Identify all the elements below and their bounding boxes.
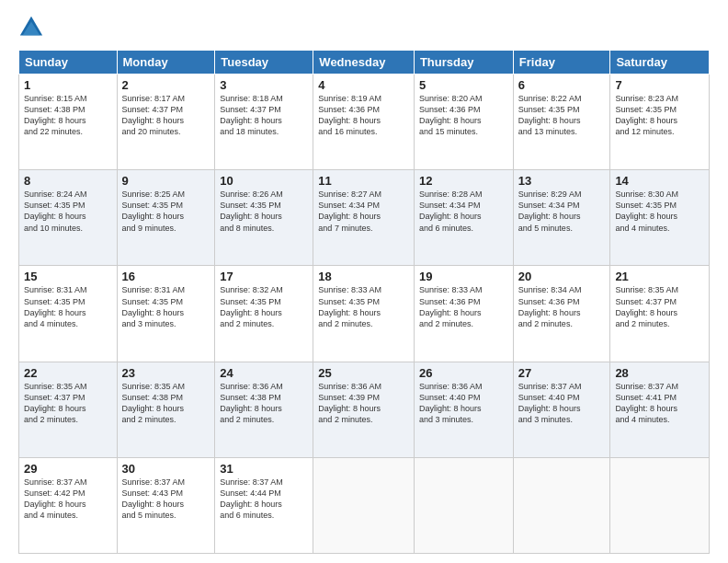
cell-info: Sunrise: 8:37 AMSunset: 4:40 PMDaylight:…	[518, 381, 606, 426]
calendar-cell	[414, 457, 513, 553]
cell-info: Sunrise: 8:35 AMSunset: 4:37 PMDaylight:…	[615, 284, 704, 329]
logo-icon	[18, 15, 44, 40]
cell-info: Sunrise: 8:29 AMSunset: 4:34 PMDaylight:…	[518, 189, 606, 234]
calendar-week-row: 8Sunrise: 8:24 AMSunset: 4:35 PMDaylight…	[19, 170, 710, 266]
calendar-cell: 10Sunrise: 8:26 AMSunset: 4:35 PMDayligh…	[215, 170, 313, 266]
cell-info: Sunrise: 8:23 AMSunset: 4:35 PMDaylight:…	[615, 93, 704, 138]
cell-info: Sunrise: 8:26 AMSunset: 4:35 PMDaylight:…	[220, 189, 308, 234]
day-number: 31	[220, 462, 308, 476]
calendar-cell: 22Sunrise: 8:35 AMSunset: 4:37 PMDayligh…	[19, 362, 118, 457]
day-number: 6	[518, 78, 606, 92]
day-number: 20	[518, 270, 606, 283]
cell-info: Sunrise: 8:15 AMSunset: 4:38 PMDaylight:…	[24, 93, 112, 138]
day-number: 12	[419, 174, 508, 188]
cell-info: Sunrise: 8:36 AMSunset: 4:39 PMDaylight:…	[318, 381, 409, 426]
calendar-cell: 5Sunrise: 8:20 AMSunset: 4:36 PMDaylight…	[414, 75, 513, 170]
calendar-cell: 28Sunrise: 8:37 AMSunset: 4:41 PMDayligh…	[610, 362, 710, 457]
calendar-cell: 3Sunrise: 8:18 AMSunset: 4:37 PMDaylight…	[215, 75, 313, 170]
calendar-cell	[313, 457, 415, 553]
day-number: 16	[122, 270, 210, 283]
calendar-header-cell: Saturday	[610, 51, 710, 75]
cell-info: Sunrise: 8:28 AMSunset: 4:34 PMDaylight:…	[419, 189, 508, 234]
day-number: 1	[24, 78, 112, 92]
calendar-header-cell: Tuesday	[215, 51, 313, 75]
calendar-body: 1Sunrise: 8:15 AMSunset: 4:38 PMDaylight…	[19, 75, 710, 554]
calendar-cell: 19Sunrise: 8:33 AMSunset: 4:36 PMDayligh…	[414, 266, 513, 362]
day-number: 4	[318, 78, 409, 92]
calendar-cell: 31Sunrise: 8:37 AMSunset: 4:44 PMDayligh…	[215, 457, 313, 553]
cell-info: Sunrise: 8:18 AMSunset: 4:37 PMDaylight:…	[220, 93, 308, 138]
calendar-cell: 13Sunrise: 8:29 AMSunset: 4:34 PMDayligh…	[513, 170, 610, 266]
day-number: 25	[318, 366, 409, 380]
calendar-week-row: 29Sunrise: 8:37 AMSunset: 4:42 PMDayligh…	[19, 457, 710, 553]
calendar-cell: 20Sunrise: 8:34 AMSunset: 4:36 PMDayligh…	[513, 266, 610, 362]
calendar-cell: 15Sunrise: 8:31 AMSunset: 4:35 PMDayligh…	[19, 266, 118, 362]
cell-info: Sunrise: 8:33 AMSunset: 4:35 PMDaylight:…	[318, 284, 409, 329]
day-number: 22	[24, 366, 112, 380]
logo	[18, 15, 48, 40]
cell-info: Sunrise: 8:35 AMSunset: 4:38 PMDaylight:…	[122, 381, 210, 426]
cell-info: Sunrise: 8:20 AMSunset: 4:36 PMDaylight:…	[419, 93, 508, 138]
cell-info: Sunrise: 8:17 AMSunset: 4:37 PMDaylight:…	[122, 93, 210, 138]
day-number: 24	[220, 366, 308, 380]
calendar-cell: 30Sunrise: 8:37 AMSunset: 4:43 PMDayligh…	[117, 457, 215, 553]
day-number: 2	[122, 78, 210, 92]
cell-info: Sunrise: 8:34 AMSunset: 4:36 PMDaylight:…	[518, 284, 606, 329]
cell-info: Sunrise: 8:36 AMSunset: 4:38 PMDaylight:…	[220, 381, 308, 426]
calendar-cell: 25Sunrise: 8:36 AMSunset: 4:39 PMDayligh…	[313, 362, 415, 457]
calendar-cell	[513, 457, 610, 553]
calendar-cell	[610, 457, 710, 553]
day-number: 10	[220, 174, 308, 188]
cell-info: Sunrise: 8:37 AMSunset: 4:42 PMDaylight:…	[24, 477, 112, 522]
calendar-cell: 7Sunrise: 8:23 AMSunset: 4:35 PMDaylight…	[610, 75, 710, 170]
day-number: 17	[220, 270, 308, 283]
calendar-week-row: 1Sunrise: 8:15 AMSunset: 4:38 PMDaylight…	[19, 75, 710, 170]
calendar-cell: 29Sunrise: 8:37 AMSunset: 4:42 PMDayligh…	[19, 457, 118, 553]
calendar-header-cell: Wednesday	[313, 51, 415, 75]
calendar-cell: 21Sunrise: 8:35 AMSunset: 4:37 PMDayligh…	[610, 266, 710, 362]
cell-info: Sunrise: 8:27 AMSunset: 4:34 PMDaylight:…	[318, 189, 409, 234]
day-number: 23	[122, 366, 210, 380]
cell-info: Sunrise: 8:25 AMSunset: 4:35 PMDaylight:…	[122, 189, 210, 234]
day-number: 27	[518, 366, 606, 380]
calendar-cell: 24Sunrise: 8:36 AMSunset: 4:38 PMDayligh…	[215, 362, 313, 457]
day-number: 8	[24, 174, 112, 188]
day-number: 5	[419, 78, 508, 92]
calendar-cell: 12Sunrise: 8:28 AMSunset: 4:34 PMDayligh…	[414, 170, 513, 266]
day-number: 11	[318, 174, 409, 188]
day-number: 19	[419, 270, 508, 283]
cell-info: Sunrise: 8:35 AMSunset: 4:37 PMDaylight:…	[24, 381, 112, 426]
cell-info: Sunrise: 8:31 AMSunset: 4:35 PMDaylight:…	[122, 284, 210, 329]
cell-info: Sunrise: 8:30 AMSunset: 4:35 PMDaylight:…	[615, 189, 704, 234]
calendar-week-row: 22Sunrise: 8:35 AMSunset: 4:37 PMDayligh…	[19, 362, 710, 457]
day-number: 13	[518, 174, 606, 188]
day-number: 18	[318, 270, 409, 283]
day-number: 26	[419, 366, 508, 380]
calendar-header-cell: Monday	[117, 51, 215, 75]
calendar-cell: 4Sunrise: 8:19 AMSunset: 4:36 PMDaylight…	[313, 75, 415, 170]
calendar-cell: 6Sunrise: 8:22 AMSunset: 4:35 PMDaylight…	[513, 75, 610, 170]
day-number: 15	[24, 270, 112, 283]
day-number: 9	[122, 174, 210, 188]
cell-info: Sunrise: 8:32 AMSunset: 4:35 PMDaylight:…	[220, 284, 308, 329]
day-number: 21	[615, 270, 704, 283]
calendar-cell: 2Sunrise: 8:17 AMSunset: 4:37 PMDaylight…	[117, 75, 215, 170]
cell-info: Sunrise: 8:19 AMSunset: 4:36 PMDaylight:…	[318, 93, 409, 138]
cell-info: Sunrise: 8:22 AMSunset: 4:35 PMDaylight:…	[518, 93, 606, 138]
calendar-header-cell: Friday	[513, 51, 610, 75]
calendar-cell: 14Sunrise: 8:30 AMSunset: 4:35 PMDayligh…	[610, 170, 710, 266]
calendar-cell: 1Sunrise: 8:15 AMSunset: 4:38 PMDaylight…	[19, 75, 118, 170]
cell-info: Sunrise: 8:24 AMSunset: 4:35 PMDaylight:…	[24, 189, 112, 234]
calendar-cell: 27Sunrise: 8:37 AMSunset: 4:40 PMDayligh…	[513, 362, 610, 457]
header	[18, 15, 710, 40]
calendar-cell: 9Sunrise: 8:25 AMSunset: 4:35 PMDaylight…	[117, 170, 215, 266]
calendar-header-cell: Sunday	[19, 51, 118, 75]
cell-info: Sunrise: 8:37 AMSunset: 4:41 PMDaylight:…	[615, 381, 704, 426]
day-number: 29	[24, 462, 112, 476]
calendar-cell: 11Sunrise: 8:27 AMSunset: 4:34 PMDayligh…	[313, 170, 415, 266]
cell-info: Sunrise: 8:37 AMSunset: 4:44 PMDaylight:…	[220, 477, 308, 522]
calendar-header-row: SundayMondayTuesdayWednesdayThursdayFrid…	[19, 51, 710, 75]
day-number: 30	[122, 462, 210, 476]
calendar-cell: 17Sunrise: 8:32 AMSunset: 4:35 PMDayligh…	[215, 266, 313, 362]
calendar-header-cell: Thursday	[414, 51, 513, 75]
